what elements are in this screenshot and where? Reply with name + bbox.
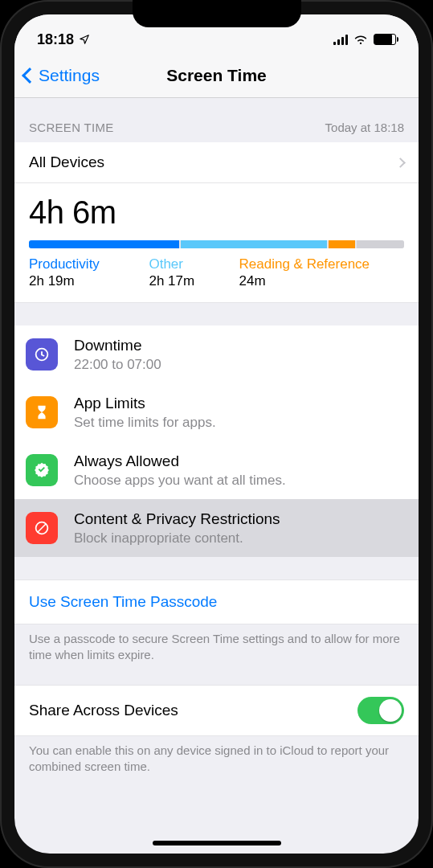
always-allowed-title: Always Allowed (74, 452, 404, 471)
downtime-title: Downtime (74, 336, 404, 355)
cat-time: 2h 19m (29, 273, 126, 289)
hourglass-icon (26, 396, 58, 428)
cat-time: 2h 17m (149, 273, 216, 289)
usage-seg-reading (329, 240, 355, 248)
content-restrictions-sub: Block inappropriate content. (74, 530, 404, 547)
section-header-right: Today at 18:18 (325, 121, 404, 134)
screen: 18:18 Settings Screen Time SCREEN TIME (14, 14, 419, 854)
share-across-devices-row[interactable]: Share Across Devices (14, 685, 419, 736)
battery-icon (374, 34, 396, 45)
content-restrictions-title: Content & Privacy Restrictions (74, 510, 404, 529)
usage-bar (29, 240, 404, 248)
category-list: Productivity 2h 19m Other 2h 17m Reading… (29, 256, 404, 289)
downtime-row[interactable]: Downtime 22:00 to 07:00 (14, 326, 419, 383)
cat-label: Reading & Reference (239, 256, 404, 272)
category-other: Other 2h 17m (149, 256, 239, 289)
category-reading: Reading & Reference 24m (239, 256, 404, 289)
cat-label: Productivity (29, 256, 126, 272)
notch (133, 0, 301, 27)
use-passcode-link[interactable]: Use Screen Time Passcode (14, 579, 419, 624)
app-limits-sub: Set time limits for apps. (74, 414, 404, 431)
all-devices-label: All Devices (29, 154, 104, 171)
share-footer: You can enable this on any device signed… (14, 736, 419, 795)
cat-time: 24m (239, 273, 404, 289)
passcode-footer: Use a passcode to secure Screen Time set… (14, 624, 419, 664)
signal-icon (333, 35, 348, 45)
content-restrictions-row[interactable]: Content & Privacy Restrictions Block ina… (14, 499, 419, 557)
options-group: Downtime 22:00 to 07:00 App Limits Set t… (14, 326, 419, 557)
share-toggle[interactable] (357, 697, 404, 724)
content-scroll[interactable]: SCREEN TIME Today at 18:18 All Devices 4… (14, 98, 419, 854)
app-limits-row[interactable]: App Limits Set time limits for apps. (14, 383, 419, 441)
always-allowed-row[interactable]: Always Allowed Choose apps you want at a… (14, 441, 419, 499)
downtime-sub: 22:00 to 07:00 (74, 356, 404, 373)
downtime-icon (26, 338, 58, 371)
cat-label: Other (149, 256, 216, 272)
usage-seg-other (181, 240, 327, 248)
wifi-icon (353, 34, 368, 45)
always-allowed-sub: Choose apps you want at all times. (74, 472, 404, 489)
usage-seg-remaining (357, 240, 404, 248)
back-label: Settings (39, 66, 100, 85)
location-icon (79, 34, 90, 45)
restriction-icon (26, 512, 58, 544)
home-indicator[interactable] (153, 841, 281, 845)
app-limits-title: App Limits (74, 394, 404, 413)
chevron-right-icon (395, 158, 406, 168)
all-devices-row[interactable]: All Devices (14, 142, 419, 183)
usage-summary[interactable]: 4h 6m Productivity 2h 19m Other 2h 17m (14, 183, 419, 303)
section-header-screen-time: SCREEN TIME Today at 18:18 (14, 98, 419, 142)
share-label: Share Across Devices (29, 702, 178, 719)
device-frame: 18:18 Settings Screen Time SCREEN TIME (0, 0, 433, 868)
back-button[interactable]: Settings (14, 66, 100, 85)
usage-seg-productivity (29, 240, 179, 248)
section-header-left: SCREEN TIME (29, 121, 114, 134)
checkmark-badge-icon (26, 454, 58, 486)
chevron-left-icon (22, 68, 38, 84)
total-time: 4h 6m (29, 183, 404, 240)
status-time: 18:18 (37, 31, 74, 48)
nav-bar: Settings Screen Time (14, 53, 419, 98)
category-productivity: Productivity 2h 19m (29, 256, 149, 289)
